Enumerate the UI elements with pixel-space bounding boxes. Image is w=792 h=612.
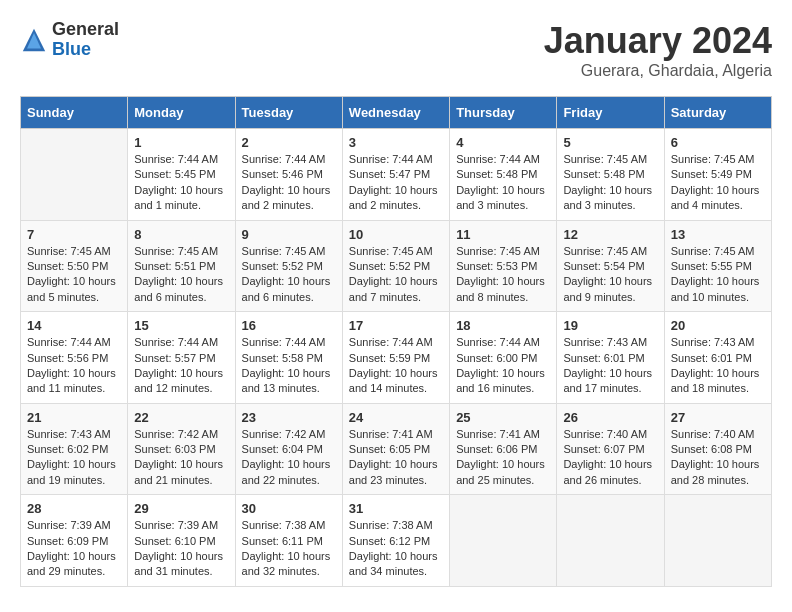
day-info: Sunrise: 7:45 AMSunset: 5:49 PMDaylight:… <box>671 152 765 214</box>
daylight-text: Daylight: 10 hours and 22 minutes. <box>242 458 331 485</box>
sunrise-text: Sunrise: 7:43 AM <box>27 428 111 440</box>
calendar-cell: 24Sunrise: 7:41 AMSunset: 6:05 PMDayligh… <box>342 403 449 495</box>
calendar-cell: 7Sunrise: 7:45 AMSunset: 5:50 PMDaylight… <box>21 220 128 312</box>
sunrise-text: Sunrise: 7:40 AM <box>563 428 647 440</box>
col-header-friday: Friday <box>557 97 664 129</box>
sunset-text: Sunset: 5:45 PM <box>134 168 215 180</box>
daylight-text: Daylight: 10 hours and 14 minutes. <box>349 367 438 394</box>
daylight-text: Daylight: 10 hours and 13 minutes. <box>242 367 331 394</box>
daylight-text: Daylight: 10 hours and 28 minutes. <box>671 458 760 485</box>
sunrise-text: Sunrise: 7:45 AM <box>134 245 218 257</box>
sunrise-text: Sunrise: 7:42 AM <box>134 428 218 440</box>
sunset-text: Sunset: 6:06 PM <box>456 443 537 455</box>
day-number: 9 <box>242 227 336 242</box>
day-info: Sunrise: 7:40 AMSunset: 6:08 PMDaylight:… <box>671 427 765 489</box>
calendar-cell: 19Sunrise: 7:43 AMSunset: 6:01 PMDayligh… <box>557 312 664 404</box>
col-header-sunday: Sunday <box>21 97 128 129</box>
day-info: Sunrise: 7:39 AMSunset: 6:09 PMDaylight:… <box>27 518 121 580</box>
calendar-cell: 3Sunrise: 7:44 AMSunset: 5:47 PMDaylight… <box>342 129 449 221</box>
sunset-text: Sunset: 5:58 PM <box>242 352 323 364</box>
sunrise-text: Sunrise: 7:43 AM <box>563 336 647 348</box>
calendar-cell: 16Sunrise: 7:44 AMSunset: 5:58 PMDayligh… <box>235 312 342 404</box>
day-number: 25 <box>456 410 550 425</box>
calendar-week-4: 21Sunrise: 7:43 AMSunset: 6:02 PMDayligh… <box>21 403 772 495</box>
daylight-text: Daylight: 10 hours and 21 minutes. <box>134 458 223 485</box>
day-info: Sunrise: 7:42 AMSunset: 6:03 PMDaylight:… <box>134 427 228 489</box>
sunset-text: Sunset: 5:52 PM <box>242 260 323 272</box>
sunrise-text: Sunrise: 7:39 AM <box>27 519 111 531</box>
calendar-cell: 4Sunrise: 7:44 AMSunset: 5:48 PMDaylight… <box>450 129 557 221</box>
daylight-text: Daylight: 10 hours and 32 minutes. <box>242 550 331 577</box>
daylight-text: Daylight: 10 hours and 11 minutes. <box>27 367 116 394</box>
sunset-text: Sunset: 6:02 PM <box>27 443 108 455</box>
sunrise-text: Sunrise: 7:38 AM <box>349 519 433 531</box>
logo-icon <box>20 26 48 54</box>
day-info: Sunrise: 7:41 AMSunset: 6:05 PMDaylight:… <box>349 427 443 489</box>
sunset-text: Sunset: 6:00 PM <box>456 352 537 364</box>
sunrise-text: Sunrise: 7:45 AM <box>349 245 433 257</box>
month-title: January 2024 <box>544 20 772 62</box>
calendar-cell <box>557 495 664 587</box>
calendar-cell: 2Sunrise: 7:44 AMSunset: 5:46 PMDaylight… <box>235 129 342 221</box>
calendar-table: SundayMondayTuesdayWednesdayThursdayFrid… <box>20 96 772 587</box>
day-number: 14 <box>27 318 121 333</box>
daylight-text: Daylight: 10 hours and 34 minutes. <box>349 550 438 577</box>
day-info: Sunrise: 7:44 AMSunset: 5:59 PMDaylight:… <box>349 335 443 397</box>
sunset-text: Sunset: 6:09 PM <box>27 535 108 547</box>
day-number: 7 <box>27 227 121 242</box>
daylight-text: Daylight: 10 hours and 2 minutes. <box>349 184 438 211</box>
col-header-saturday: Saturday <box>664 97 771 129</box>
daylight-text: Daylight: 10 hours and 10 minutes. <box>671 275 760 302</box>
col-header-tuesday: Tuesday <box>235 97 342 129</box>
day-number: 31 <box>349 501 443 516</box>
sunrise-text: Sunrise: 7:44 AM <box>456 336 540 348</box>
calendar-cell: 25Sunrise: 7:41 AMSunset: 6:06 PMDayligh… <box>450 403 557 495</box>
day-info: Sunrise: 7:41 AMSunset: 6:06 PMDaylight:… <box>456 427 550 489</box>
logo-general: General <box>52 20 119 40</box>
daylight-text: Daylight: 10 hours and 5 minutes. <box>27 275 116 302</box>
calendar-cell: 8Sunrise: 7:45 AMSunset: 5:51 PMDaylight… <box>128 220 235 312</box>
calendar-cell <box>664 495 771 587</box>
day-info: Sunrise: 7:38 AMSunset: 6:12 PMDaylight:… <box>349 518 443 580</box>
sunset-text: Sunset: 5:55 PM <box>671 260 752 272</box>
day-number: 16 <box>242 318 336 333</box>
daylight-text: Daylight: 10 hours and 6 minutes. <box>242 275 331 302</box>
sunset-text: Sunset: 5:48 PM <box>456 168 537 180</box>
logo: General Blue <box>20 20 119 60</box>
day-number: 26 <box>563 410 657 425</box>
calendar-cell: 6Sunrise: 7:45 AMSunset: 5:49 PMDaylight… <box>664 129 771 221</box>
day-number: 22 <box>134 410 228 425</box>
calendar-cell: 9Sunrise: 7:45 AMSunset: 5:52 PMDaylight… <box>235 220 342 312</box>
location: Guerara, Ghardaia, Algeria <box>544 62 772 80</box>
day-number: 23 <box>242 410 336 425</box>
sunrise-text: Sunrise: 7:44 AM <box>134 336 218 348</box>
day-info: Sunrise: 7:44 AMSunset: 5:45 PMDaylight:… <box>134 152 228 214</box>
day-number: 17 <box>349 318 443 333</box>
sunrise-text: Sunrise: 7:44 AM <box>134 153 218 165</box>
sunrise-text: Sunrise: 7:44 AM <box>456 153 540 165</box>
calendar-cell: 30Sunrise: 7:38 AMSunset: 6:11 PMDayligh… <box>235 495 342 587</box>
sunset-text: Sunset: 5:49 PM <box>671 168 752 180</box>
calendar-cell: 12Sunrise: 7:45 AMSunset: 5:54 PMDayligh… <box>557 220 664 312</box>
day-info: Sunrise: 7:39 AMSunset: 6:10 PMDaylight:… <box>134 518 228 580</box>
daylight-text: Daylight: 10 hours and 19 minutes. <box>27 458 116 485</box>
day-info: Sunrise: 7:42 AMSunset: 6:04 PMDaylight:… <box>242 427 336 489</box>
logo-blue: Blue <box>52 40 119 60</box>
day-info: Sunrise: 7:45 AMSunset: 5:50 PMDaylight:… <box>27 244 121 306</box>
sunset-text: Sunset: 5:46 PM <box>242 168 323 180</box>
sunrise-text: Sunrise: 7:44 AM <box>349 153 433 165</box>
sunrise-text: Sunrise: 7:40 AM <box>671 428 755 440</box>
calendar-cell: 10Sunrise: 7:45 AMSunset: 5:52 PMDayligh… <box>342 220 449 312</box>
daylight-text: Daylight: 10 hours and 6 minutes. <box>134 275 223 302</box>
calendar-week-1: 1Sunrise: 7:44 AMSunset: 5:45 PMDaylight… <box>21 129 772 221</box>
calendar-cell: 21Sunrise: 7:43 AMSunset: 6:02 PMDayligh… <box>21 403 128 495</box>
sunrise-text: Sunrise: 7:41 AM <box>456 428 540 440</box>
sunrise-text: Sunrise: 7:44 AM <box>349 336 433 348</box>
sunrise-text: Sunrise: 7:44 AM <box>242 153 326 165</box>
day-number: 4 <box>456 135 550 150</box>
calendar-cell: 22Sunrise: 7:42 AMSunset: 6:03 PMDayligh… <box>128 403 235 495</box>
calendar-cell: 14Sunrise: 7:44 AMSunset: 5:56 PMDayligh… <box>21 312 128 404</box>
daylight-text: Daylight: 10 hours and 29 minutes. <box>27 550 116 577</box>
day-number: 13 <box>671 227 765 242</box>
day-info: Sunrise: 7:44 AMSunset: 6:00 PMDaylight:… <box>456 335 550 397</box>
